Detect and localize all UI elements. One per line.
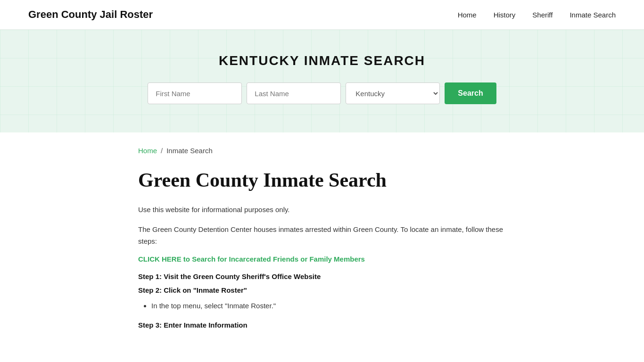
nav-inmate-search[interactable]: Inmate Search: [570, 11, 616, 19]
site-header: Green County Jail Roster Home History Sh…: [0, 0, 644, 30]
step2-heading: Step 2: Click on "Inmate Roster": [138, 286, 506, 294]
page-heading: Green County Inmate Search: [138, 169, 506, 191]
search-button[interactable]: Search: [445, 82, 496, 104]
inmate-search-form: AlabamaAlaskaArizonaArkansasCaliforniaCo…: [9, 82, 635, 104]
state-select[interactable]: AlabamaAlaskaArizonaArkansasCaliforniaCo…: [346, 82, 440, 104]
step1-heading: Step 1: Visit the Green County Sheriff's…: [138, 272, 506, 280]
step2-bullet-list: In the top menu, select "Inmate Roster.": [151, 300, 506, 312]
site-title: Green County Jail Roster: [28, 8, 153, 21]
body-para-2: The Green County Detention Center houses…: [138, 223, 506, 247]
body-para-1: Use this website for informational purpo…: [138, 204, 506, 216]
breadcrumb-separator: /: [161, 147, 163, 155]
breadcrumb-home[interactable]: Home: [138, 147, 157, 155]
step2-bullet-item: In the top menu, select "Inmate Roster.": [151, 300, 506, 312]
nav-home[interactable]: Home: [458, 11, 477, 19]
step3-heading: Step 3: Enter Inmate Information: [138, 321, 506, 329]
breadcrumb-current: Inmate Search: [166, 147, 213, 155]
click-here-link[interactable]: CLICK HERE to Search for Incarcerated Fr…: [138, 255, 506, 263]
main-content: Home / Inmate Search Green County Inmate…: [110, 132, 534, 362]
nav-sheriff[interactable]: Sheriff: [532, 11, 553, 19]
hero-section: KENTUCKY INMATE SEARCH AlabamaAlaskaAriz…: [0, 30, 644, 132]
nav-history[interactable]: History: [494, 11, 516, 19]
breadcrumb: Home / Inmate Search: [138, 147, 506, 155]
last-name-input[interactable]: [247, 82, 341, 104]
hero-title: KENTUCKY INMATE SEARCH: [9, 53, 635, 68]
main-nav: Home History Sheriff Inmate Search: [458, 11, 616, 19]
first-name-input[interactable]: [148, 82, 242, 104]
